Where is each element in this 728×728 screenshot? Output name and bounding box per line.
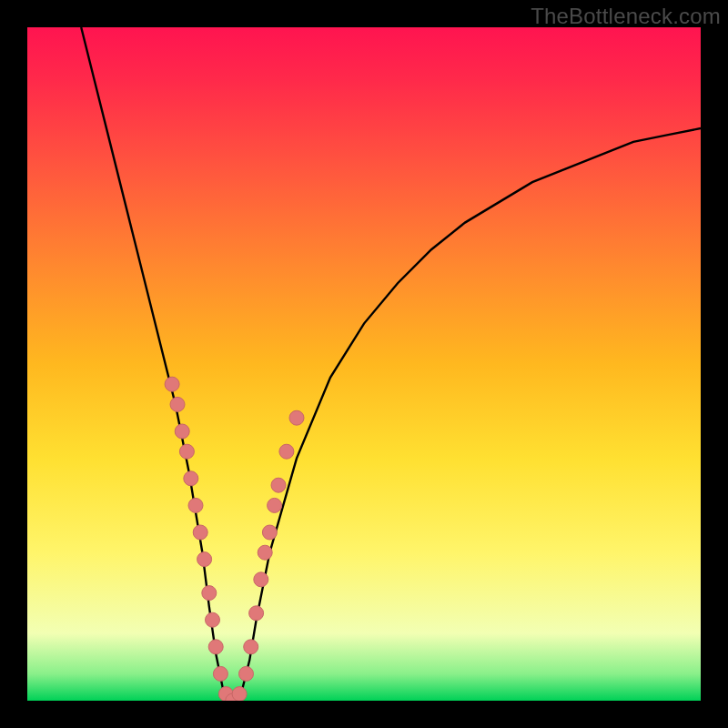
highlight-dot [175, 424, 189, 439]
watermark-text: TheBottleneck.com [531, 4, 721, 29]
highlight-dot [289, 410, 304, 425]
highlight-dot [202, 586, 217, 601]
highlight-dot [184, 471, 198, 486]
highlight-dot [179, 444, 194, 459]
outer-frame: TheBottleneck.com [0, 0, 728, 728]
highlight-dot [249, 606, 264, 621]
highlight-dot [254, 572, 268, 587]
highlight-dot [170, 397, 185, 411]
highlight-dot [271, 478, 286, 492]
bottleneck-curve [81, 27, 701, 701]
highlight-dot [268, 498, 282, 512]
highlight-dot [279, 444, 294, 459]
highlight-dot [244, 640, 258, 654]
chart-svg [27, 27, 701, 701]
highlight-dots [165, 377, 304, 701]
highlight-dot [193, 525, 207, 540]
highlight-dot [208, 640, 223, 654]
highlight-dot [188, 498, 203, 512]
highlight-dot [232, 687, 247, 701]
chart-plot-area [27, 27, 701, 701]
highlight-dot [258, 545, 272, 560]
highlight-dot [197, 552, 212, 567]
highlight-dot [213, 666, 228, 681]
highlight-dot [206, 612, 220, 627]
highlight-dot [262, 525, 277, 540]
highlight-dot [239, 666, 254, 681]
highlight-dot [165, 377, 179, 391]
